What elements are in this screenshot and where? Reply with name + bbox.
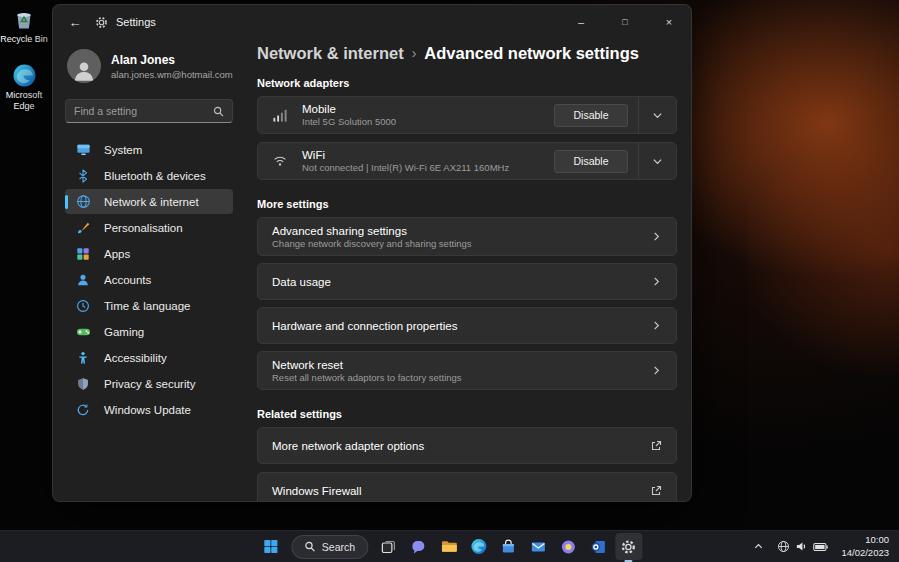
breadcrumb-parent[interactable]: Network & internet	[257, 44, 404, 63]
disable-mobile-button[interactable]: Disable	[554, 104, 628, 127]
chevron-up-icon	[753, 541, 764, 552]
maximize-button[interactable]: □	[603, 5, 647, 39]
window-controls: – □ ×	[559, 5, 691, 39]
wifi-icon	[271, 154, 289, 168]
chevron-right-icon	[651, 231, 662, 242]
mail-button[interactable]	[525, 533, 552, 560]
mail-envelope-icon	[531, 539, 547, 555]
settings-search-box[interactable]	[65, 99, 233, 123]
sidebar-item-gaming[interactable]: Gaming	[65, 319, 233, 344]
sidebar-item-time-language[interactable]: Time & language	[65, 293, 233, 318]
window-title: Settings	[116, 16, 156, 28]
photos-button[interactable]	[555, 533, 582, 560]
taskbar-clock[interactable]: 10:00 14/02/2023	[841, 534, 889, 560]
start-button[interactable]	[257, 533, 284, 560]
settings-window: ← Settings – □ × Alan Jones alan.jones.w…	[52, 4, 692, 502]
account-profile[interactable]: Alan Jones alan.jones.wm@hotmail.com	[65, 47, 233, 89]
settings-app-button[interactable]	[615, 533, 642, 560]
section-related-settings: Related settings	[257, 408, 677, 420]
adapter-card-mobile[interactable]: Mobile Intel 5G Solution 5000 Disable	[257, 96, 677, 134]
microsoft-edge-shortcut[interactable]: Microsoft Edge	[0, 62, 48, 111]
system-icon	[75, 142, 91, 158]
minimize-button[interactable]: –	[559, 5, 603, 39]
sidebar-nav: System Bluetooth & devices Network & int…	[65, 137, 233, 422]
outlook-button[interactable]	[585, 533, 612, 560]
recycle-bin-label: Recycle Bin	[0, 34, 48, 44]
network-volume-battery-group[interactable]	[773, 537, 832, 556]
chevron-right-icon	[651, 365, 662, 376]
titlebar: ← Settings – □ ×	[53, 5, 691, 39]
sidebar-item-network-internet[interactable]: Network & internet	[65, 189, 233, 214]
section-network-adapters: Network adapters	[257, 77, 677, 89]
adapter-title: Mobile	[302, 103, 396, 115]
profile-name: Alan Jones	[111, 53, 233, 67]
clock-date: 14/02/2023	[841, 547, 889, 560]
network-reset-card[interactable]: Network reset Reset all network adaptors…	[257, 351, 677, 390]
clock-time: 10:00	[841, 534, 889, 547]
section-more-settings: More settings	[257, 198, 677, 210]
accessibility-person-icon	[75, 350, 91, 366]
desktop-icons: Recycle Bin Microsoft Edge	[0, 6, 48, 125]
edge-button[interactable]	[465, 533, 492, 560]
adapter-title: WiFi	[302, 149, 509, 161]
task-view-icon	[381, 539, 397, 555]
taskbar-search[interactable]: Search	[291, 535, 368, 559]
paintbrush-icon	[75, 220, 91, 236]
chat-button[interactable]	[405, 533, 432, 560]
battery-icon	[813, 542, 828, 552]
windows-firewall-card[interactable]: Windows Firewall	[257, 472, 677, 502]
sidebar-item-personalisation[interactable]: Personalisation	[65, 215, 233, 240]
adapter-card-wifi[interactable]: WiFi Not connected | Intel(R) Wi-Fi 6E A…	[257, 142, 677, 180]
sidebar-item-accounts[interactable]: Accounts	[65, 267, 233, 292]
shield-icon	[75, 376, 91, 392]
adapter-subtitle: Not connected | Intel(R) Wi-Fi 6E AX211 …	[302, 162, 509, 173]
adapter-subtitle: Intel 5G Solution 5000	[302, 116, 396, 127]
photos-icon	[561, 539, 577, 555]
search-icon	[213, 106, 224, 117]
search-icon	[304, 541, 315, 552]
more-network-adapter-options-card[interactable]: More network adapter options	[257, 427, 677, 464]
bluetooth-icon	[75, 168, 91, 184]
cellular-signal-icon	[271, 108, 289, 123]
hidden-icons-chevron[interactable]	[753, 541, 764, 552]
sidebar-item-privacy-security[interactable]: Privacy & security	[65, 371, 233, 396]
system-tray: 10:00 14/02/2023	[747, 531, 895, 562]
profile-email: alan.jones.wm@hotmail.com	[111, 69, 233, 80]
page-title: Advanced network settings	[424, 44, 639, 63]
sidebar-item-accessibility[interactable]: Accessibility	[65, 345, 233, 370]
outlook-icon	[591, 539, 607, 555]
sidebar-item-windows-update[interactable]: Windows Update	[65, 397, 233, 422]
back-button[interactable]: ←	[61, 10, 89, 34]
sidebar: Alan Jones alan.jones.wm@hotmail.com Sys…	[53, 39, 257, 501]
advanced-sharing-settings-card[interactable]: Advanced sharing settings Change network…	[257, 217, 677, 256]
file-explorer-button[interactable]	[435, 533, 462, 560]
windows-logo-icon	[263, 539, 278, 554]
close-button[interactable]: ×	[647, 5, 691, 39]
microsoft-edge-icon	[11, 62, 37, 88]
external-link-icon	[650, 485, 662, 497]
search-input[interactable]	[74, 105, 213, 117]
sidebar-item-bluetooth-devices[interactable]: Bluetooth & devices	[65, 163, 233, 188]
expand-mobile-chevron[interactable]	[639, 97, 676, 133]
apps-grid-icon	[75, 246, 91, 262]
sidebar-item-apps[interactable]: Apps	[65, 241, 233, 266]
recycle-bin-shortcut[interactable]: Recycle Bin	[0, 6, 48, 44]
microsoft-edge-label: Microsoft Edge	[0, 90, 48, 111]
settings-gear-icon	[621, 539, 637, 555]
avatar	[67, 49, 101, 83]
expand-wifi-chevron[interactable]	[639, 143, 676, 179]
sidebar-item-system[interactable]: System	[65, 137, 233, 162]
taskbar: Search	[0, 530, 899, 562]
folder-icon	[440, 538, 457, 555]
game-controller-icon	[75, 324, 91, 340]
hardware-connection-properties-card[interactable]: Hardware and connection properties	[257, 307, 677, 344]
data-usage-card[interactable]: Data usage	[257, 263, 677, 300]
store-button[interactable]	[495, 533, 522, 560]
taskbar-center: Search	[257, 531, 642, 562]
update-arrows-icon	[75, 402, 91, 418]
network-globe-icon	[777, 540, 790, 553]
breadcrumb-separator-icon: ›	[412, 45, 417, 61]
task-view-button[interactable]	[375, 533, 402, 560]
disable-wifi-button[interactable]: Disable	[554, 150, 628, 173]
chat-icon	[411, 539, 427, 555]
